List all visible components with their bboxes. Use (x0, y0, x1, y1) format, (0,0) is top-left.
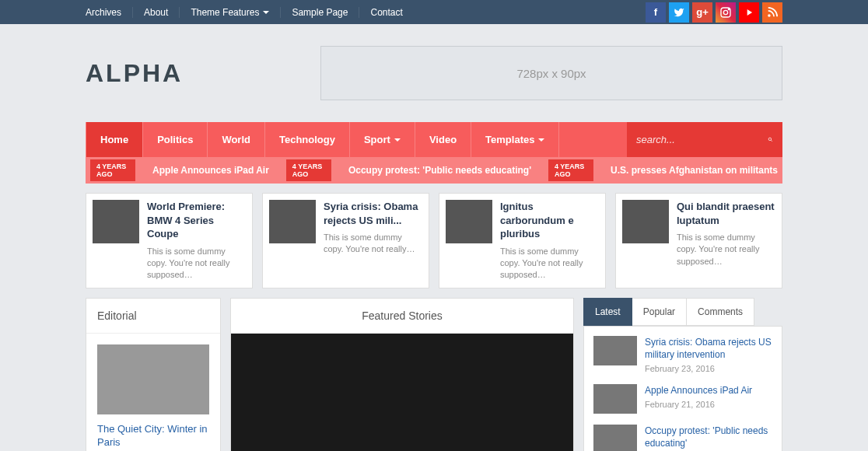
featured-hero-image[interactable] (231, 334, 573, 451)
list-item: Syria crisis: Obama rejects US military … (593, 336, 772, 373)
card-desc: This is some dummy copy. You're not real… (147, 246, 246, 281)
featured-card[interactable]: Syria crisis: Obama rejects US mili...Th… (262, 193, 429, 288)
svg-point-2 (728, 9, 729, 9)
header: ALPHA 728px x 90px (0, 24, 868, 122)
site-logo[interactable]: ALPHA (86, 59, 183, 88)
card-title[interactable]: Syria crisis: Obama rejects US mili... (324, 200, 422, 227)
ticker-headline[interactable]: Occupy protest: 'Public needs educating' (348, 165, 531, 176)
tab-popular[interactable]: Popular (632, 298, 687, 326)
nav-video[interactable]: Video (415, 122, 471, 157)
list-date: February 23, 2016 (645, 364, 772, 373)
list-title[interactable]: Syria crisis: Obama rejects US military … (645, 336, 772, 361)
ad-placeholder[interactable]: 728px x 90px (320, 46, 782, 100)
svg-point-1 (723, 10, 727, 14)
chevron-down-icon (394, 138, 401, 142)
list-title[interactable]: Apple Announces iPad Air (645, 384, 752, 397)
editorial-heading: Editorial (86, 299, 220, 334)
card-image (269, 200, 316, 243)
facebook-icon[interactable]: f (646, 2, 666, 23)
topnav-about[interactable]: About (132, 7, 179, 18)
main-nav: HomePoliticsWorldTechnologySportVideoTem… (86, 122, 782, 157)
nav-world[interactable]: World (208, 122, 265, 157)
twitter-icon[interactable] (669, 2, 689, 23)
youtube-icon[interactable] (739, 2, 759, 23)
top-bar: ArchivesAboutTheme FeaturesSample PageCo… (0, 0, 868, 24)
topnav-contact[interactable]: Contact (359, 7, 413, 18)
list-title[interactable]: Occupy protest: 'Public needs educating' (645, 425, 772, 449)
list-date: February 21, 2016 (645, 400, 752, 409)
sidebar-tabs: LatestPopularComments (583, 298, 782, 326)
search-box[interactable] (627, 122, 782, 157)
list-thumb[interactable] (593, 384, 637, 414)
svg-line-5 (771, 140, 772, 141)
featured-cards: World Premiere: BMW 4 Series CoupeThis i… (86, 193, 782, 288)
card-desc: This is some dummy copy. You're not real… (677, 232, 775, 267)
news-ticker: 4 YEARS AGOApple Announces iPad Air4 YEA… (86, 157, 782, 184)
ticker-badge: 4 YEARS AGO (548, 159, 593, 181)
list-thumb[interactable] (593, 425, 637, 451)
nav-politics[interactable]: Politics (143, 122, 208, 157)
svg-point-4 (768, 138, 772, 141)
featured-card[interactable]: Ignitus carborundum e pluribusThis is so… (439, 193, 606, 288)
editorial-image[interactable] (97, 344, 209, 414)
topnav-sample-page[interactable]: Sample Page (280, 7, 359, 18)
editorial-title[interactable]: The Quiet City: Winter in Paris (97, 422, 209, 449)
nav-sport[interactable]: Sport (350, 122, 415, 157)
card-title[interactable]: Qui blandit praesent luptatum (677, 200, 775, 227)
latest-list: Syria crisis: Obama rejects US military … (583, 326, 782, 451)
chevron-down-icon (538, 138, 544, 142)
svg-point-3 (768, 14, 771, 17)
search-icon[interactable] (768, 134, 773, 145)
card-image (446, 200, 492, 243)
card-image (93, 200, 139, 243)
nav-home[interactable]: Home (86, 122, 143, 157)
card-desc: This is some dummy copy. You're not real… (500, 246, 599, 281)
ticker-headline[interactable]: U.S. presses Afghanistan on militants (611, 165, 778, 176)
featured-panel: Featured Stories (230, 298, 574, 451)
card-title[interactable]: Ignitus carborundum e pluribus (500, 200, 599, 241)
top-nav: ArchivesAboutTheme FeaturesSample PageCo… (86, 7, 414, 18)
tab-latest[interactable]: Latest (583, 298, 632, 326)
featured-heading: Featured Stories (231, 299, 573, 334)
ticker-badge: 4 YEARS AGO (90, 159, 135, 181)
tab-comments[interactable]: Comments (687, 298, 754, 326)
list-thumb[interactable] (593, 336, 637, 365)
card-desc: This is some dummy copy. You're not real… (324, 232, 422, 256)
social-icons: fg+ (646, 2, 782, 23)
nav-templates[interactable]: Templates (471, 122, 559, 157)
list-item: Apple Announces iPad AirFebruary 21, 201… (593, 384, 772, 414)
editorial-item: The Quiet City: Winter in ParisOctober 2… (97, 344, 209, 451)
rss-icon[interactable] (762, 2, 782, 23)
search-input[interactable] (636, 134, 768, 145)
ticker-headline[interactable]: Apple Announces iPad Air (152, 165, 269, 176)
nav-technology[interactable]: Technology (265, 122, 350, 157)
card-title[interactable]: World Premiere: BMW 4 Series Coupe (147, 200, 246, 241)
ticker-badge: 4 YEARS AGO (286, 159, 331, 181)
featured-card[interactable]: World Premiere: BMW 4 Series CoupeThis i… (86, 193, 253, 288)
topnav-archives[interactable]: Archives (86, 7, 132, 18)
chevron-down-icon (263, 11, 269, 14)
topnav-theme-features[interactable]: Theme Features (179, 7, 280, 18)
editorial-panel: Editorial The Quiet City: Winter in Pari… (86, 298, 221, 451)
google-plus-icon[interactable]: g+ (692, 2, 712, 23)
instagram-icon[interactable] (716, 2, 736, 23)
list-item: Occupy protest: 'Public needs educating'… (593, 425, 772, 451)
featured-card[interactable]: Qui blandit praesent luptatumThis is som… (615, 193, 782, 288)
card-image (622, 200, 669, 243)
